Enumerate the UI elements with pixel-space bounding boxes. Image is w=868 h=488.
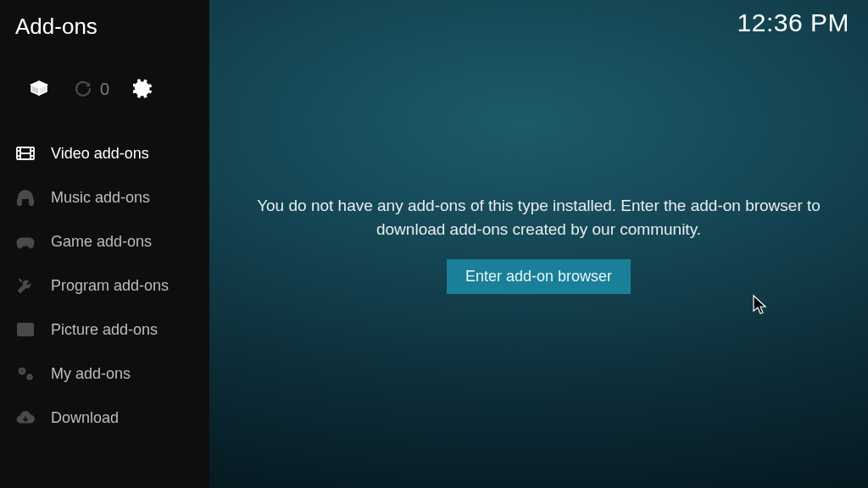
sidebar-item-music-addons[interactable]: Music add-ons xyxy=(0,175,209,219)
sidebar-list: Video add-ons Music add-ons Game add-ons xyxy=(0,131,209,440)
sidebar-item-label: Program add-ons xyxy=(51,277,169,295)
gears-icon xyxy=(15,363,36,384)
enter-addon-browser-button[interactable]: Enter add-on browser xyxy=(447,259,631,294)
tools-icon xyxy=(15,275,36,296)
svg-point-11 xyxy=(22,327,25,330)
headphones-icon xyxy=(15,187,36,208)
mouse-cursor-icon xyxy=(752,294,769,316)
sidebar-item-label: Download xyxy=(51,409,119,427)
clock: 12:36 PM xyxy=(737,8,849,37)
cloud-download-icon xyxy=(15,408,36,428)
gamepad-icon xyxy=(15,231,36,252)
page-title: Add-ons xyxy=(15,14,194,40)
sidebar-item-picture-addons[interactable]: Picture add-ons xyxy=(0,308,209,352)
picture-icon xyxy=(15,319,36,340)
sidebar-item-my-addons[interactable]: My add-ons xyxy=(0,352,209,396)
sidebar-item-label: My add-ons xyxy=(51,365,131,383)
sidebar-item-label: Video add-ons xyxy=(51,145,149,163)
sidebar: Add-ons 0 xyxy=(0,0,209,488)
sidebar-item-download[interactable]: Download xyxy=(0,396,209,440)
empty-state-message: You do not have any add-ons of this type… xyxy=(225,194,853,241)
svg-rect-8 xyxy=(18,199,21,205)
update-count: 0 xyxy=(100,80,109,99)
sidebar-item-label: Picture add-ons xyxy=(51,321,158,339)
film-icon xyxy=(15,143,36,164)
sidebar-item-label: Game add-ons xyxy=(51,233,152,251)
box-icon[interactable] xyxy=(29,79,49,99)
refresh-icon xyxy=(73,79,93,99)
sidebar-item-label: Music add-ons xyxy=(51,189,150,207)
sidebar-item-program-addons[interactable]: Program add-ons xyxy=(0,263,209,308)
sidebar-toolbar: 0 xyxy=(0,47,209,131)
sidebar-item-game-addons[interactable]: Game add-ons xyxy=(0,219,209,263)
gear-icon[interactable] xyxy=(133,79,153,99)
refresh-button[interactable]: 0 xyxy=(73,79,109,99)
svg-point-13 xyxy=(21,370,23,372)
sidebar-item-video-addons[interactable]: Video add-ons xyxy=(0,131,209,175)
sidebar-header: Add-ons xyxy=(0,0,209,47)
svg-rect-9 xyxy=(30,199,33,205)
main-content: 12:36 PM You do not have any add-ons of … xyxy=(209,0,868,488)
svg-point-15 xyxy=(29,376,31,378)
